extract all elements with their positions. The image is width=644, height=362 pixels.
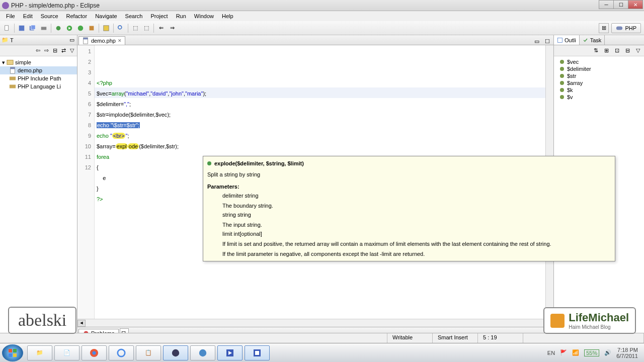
svg-rect-0 xyxy=(5,25,9,30)
menu-project[interactable]: Project xyxy=(146,12,172,20)
maximize-button[interactable]: ☐ xyxy=(613,0,628,9)
task-chrome[interactable] xyxy=(82,345,107,360)
outline-menu-icon[interactable]: ▽ xyxy=(633,46,643,56)
task-eclipse[interactable] xyxy=(163,345,188,360)
tree-include-path[interactable]: PHP Include Path xyxy=(0,74,77,82)
tree-lang-lib[interactable]: PHP Language Li xyxy=(0,82,77,90)
save-all-button[interactable] xyxy=(28,23,38,33)
new-button[interactable] xyxy=(2,23,12,33)
code-line-2[interactable]: $vec=array("michael","david","john","mar… xyxy=(97,88,543,99)
close-tab-icon[interactable]: ✕ xyxy=(118,38,122,43)
outline-item[interactable]: $array xyxy=(554,79,644,86)
outline-item[interactable]: $v xyxy=(554,94,644,101)
code-line-4[interactable]: $str=implode($delimiter,$vec); xyxy=(97,110,543,120)
svg-rect-11 xyxy=(616,26,622,30)
svg-point-10 xyxy=(118,25,122,29)
svg-rect-20 xyxy=(558,38,562,42)
editor-max-icon[interactable]: ☐ xyxy=(542,36,552,46)
run-button[interactable] xyxy=(64,23,74,33)
tooltip-param-desc: The input string. xyxy=(222,221,611,229)
save-button[interactable] xyxy=(17,23,27,33)
svg-rect-32 xyxy=(255,351,259,355)
code-line-5[interactable]: echo "\$str=$str"; xyxy=(97,120,543,131)
tree-include-label: PHP Include Path xyxy=(18,75,61,81)
collapse-icon[interactable]: ⊟ xyxy=(51,47,59,55)
code-line-6[interactable]: echo "<br>"; xyxy=(97,131,543,141)
tray-volume-icon[interactable]: 🔊 xyxy=(604,349,611,356)
search-button[interactable] xyxy=(116,23,126,33)
task-ie[interactable] xyxy=(109,345,134,360)
menu-navigate[interactable]: Navigate xyxy=(91,12,121,20)
menu-help[interactable]: Help xyxy=(218,12,237,20)
task-app3[interactable] xyxy=(190,345,215,360)
tray-clock[interactable]: 7:18 PM 6/7/2011 xyxy=(616,347,638,359)
menu-run[interactable]: Run xyxy=(172,12,190,20)
nav-back-icon[interactable]: ⇦ xyxy=(34,47,42,55)
run-last-button[interactable] xyxy=(75,23,86,33)
task-explorer[interactable]: 📁 xyxy=(27,345,52,360)
project-explorer: 📁 T ▭ ⇦ ⇨ ⊟ ⇄ ▽ ▾ simple demo.php PH xyxy=(0,35,77,347)
tooltip-param-desc: The boundary string. xyxy=(222,202,611,210)
filter1-icon[interactable]: ⊞ xyxy=(601,46,611,56)
menu-window[interactable]: Window xyxy=(190,12,218,20)
tasks-tab[interactable]: Task xyxy=(580,35,605,45)
start-button[interactable] xyxy=(2,344,23,361)
tree-project[interactable]: ▾ simple xyxy=(0,58,77,66)
status-position: 5 : 19 xyxy=(478,333,523,343)
outline-item[interactable]: $delimiter xyxy=(554,65,644,72)
expand-icon[interactable]: ▾ xyxy=(2,59,5,66)
editor-tab-demo[interactable]: demo.php ✕ xyxy=(78,36,125,45)
tray-flag-icon[interactable]: 🚩 xyxy=(560,349,567,356)
code-line-3[interactable]: $delimiter=","; xyxy=(97,99,543,110)
open-perspective-button[interactable]: ⊞ xyxy=(599,23,609,33)
tray-time: 7:18 PM xyxy=(616,347,638,353)
scroll-left-icon[interactable]: ◄ xyxy=(77,320,86,327)
nav-back-button[interactable]: ⇐ xyxy=(156,23,166,33)
svg-rect-15 xyxy=(10,77,16,80)
tray-network-icon[interactable]: 📶 xyxy=(572,349,579,356)
print-button[interactable] xyxy=(39,23,49,33)
task-app1[interactable]: 📄 xyxy=(54,345,79,360)
ext-tools-button[interactable] xyxy=(87,23,97,33)
tree-file-demo[interactable]: demo.php xyxy=(0,66,77,74)
outline-item[interactable]: $str xyxy=(554,72,644,79)
annotation-next-button[interactable]: ⬚ xyxy=(141,23,151,33)
tasks-tab-label: Task xyxy=(590,37,602,43)
outline-item[interactable]: $k xyxy=(554,86,644,94)
explorer-min-icon[interactable]: ▭ xyxy=(68,36,76,44)
code-line-1[interactable]: <?php xyxy=(97,78,543,88)
status-writable: Writable xyxy=(387,333,433,343)
horizontal-scrollbar[interactable]: ◄ xyxy=(77,319,553,327)
outline-item[interactable]: $vec xyxy=(554,58,644,65)
filter3-icon[interactable]: ⊟ xyxy=(622,46,632,56)
sort-icon[interactable]: ⇅ xyxy=(591,46,601,56)
editor-min-icon[interactable]: ▭ xyxy=(532,36,542,46)
menu-file[interactable]: File xyxy=(2,12,19,20)
tray-battery[interactable]: 55% xyxy=(584,349,599,356)
menu-edit[interactable]: Edit xyxy=(19,12,37,20)
annotation-prev-button[interactable]: ⬚ xyxy=(130,23,140,33)
open-type-button[interactable] xyxy=(101,23,111,33)
nav-fwd-icon[interactable]: ⇨ xyxy=(42,47,50,55)
menu-refactor[interactable]: Refactor xyxy=(62,12,92,20)
outline-tab[interactable]: Outli xyxy=(554,35,580,45)
system-tray: EN 🚩 📶 55% 🔊 7:18 PM 6/7/2011 xyxy=(547,347,642,359)
task-app2[interactable]: 📋 xyxy=(136,345,161,360)
task-app5[interactable] xyxy=(245,345,270,360)
menu-icon[interactable]: ▽ xyxy=(68,47,76,55)
watermark-sub: Haim Michael Blog xyxy=(569,324,629,330)
perspective-php[interactable]: PHP xyxy=(611,23,641,33)
menu-source[interactable]: Source xyxy=(37,12,62,20)
link-icon[interactable]: ⇄ xyxy=(59,47,67,55)
nav-fwd-button[interactable]: ⇒ xyxy=(167,23,177,33)
variable-icon xyxy=(560,74,564,78)
tray-lang[interactable]: EN xyxy=(547,350,555,356)
task-app4[interactable] xyxy=(217,345,243,360)
debug-button[interactable] xyxy=(53,23,63,33)
close-button[interactable]: ✕ xyxy=(628,0,643,9)
menu-search[interactable]: Search xyxy=(121,12,147,20)
explorer-tab-icon[interactable]: 📁 xyxy=(1,36,9,44)
code-line-7[interactable]: $array=explode($delimiter,$str); xyxy=(97,141,543,152)
minimize-button[interactable]: ─ xyxy=(599,0,614,9)
filter2-icon[interactable]: ⊡ xyxy=(612,46,622,56)
